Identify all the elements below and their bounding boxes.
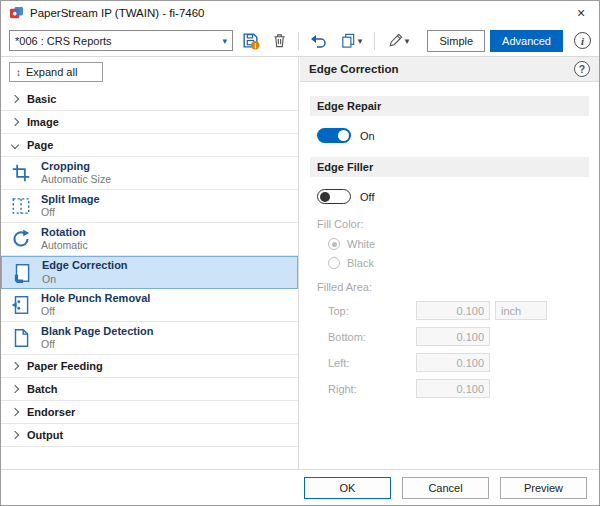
tree-item-cropping[interactable]: Cropping Automatic Size [1, 157, 298, 190]
tree-category-page[interactable]: Page [1, 134, 298, 157]
tree-category-output[interactable]: Output [1, 424, 298, 447]
top-label: Top: [328, 305, 416, 317]
tree-category-batch[interactable]: Batch [1, 378, 298, 401]
chevron-right-icon [11, 431, 19, 439]
edge-filler-state-label: Off [360, 191, 374, 203]
tree-category-paper-feeding[interactable]: Paper Feeding [1, 355, 298, 378]
toolbar: *006 : CRS Reports ▾ [1, 25, 599, 57]
tree-category-image[interactable]: Image [1, 111, 298, 134]
edge-filler-toggle[interactable] [317, 189, 351, 204]
footer: OK Cancel Preview [1, 469, 599, 505]
advanced-mode-button[interactable]: Advanced [490, 30, 563, 52]
category-label: Image [27, 116, 59, 128]
edge-correction-icon [10, 261, 34, 285]
toolbar-separator [298, 32, 299, 50]
item-status: On [42, 273, 128, 286]
tree-item-blank-page-detection[interactable]: Blank Page Detection Off [1, 322, 298, 355]
chevron-right-icon [11, 95, 19, 103]
simple-mode-button[interactable]: Simple [427, 30, 485, 52]
item-status: Automatic [41, 239, 88, 252]
simple-mode-label: Simple [439, 35, 473, 47]
fill-color-label: Fill Color: [317, 218, 582, 230]
settings-tree-panel: ↕ Expand all Basic Image Page [1, 57, 299, 469]
section-title: Edge Repair [317, 100, 381, 112]
item-label: Hole Punch Removal [41, 292, 150, 306]
close-icon: × [577, 5, 585, 21]
edge-filler-toggle-row: Off [317, 189, 582, 204]
ok-button[interactable]: OK [304, 477, 391, 499]
trash-icon [271, 32, 288, 49]
top-input [416, 301, 490, 320]
profile-select[interactable]: *006 : CRS Reports ▾ [9, 30, 233, 51]
tree-category-basic[interactable]: Basic [1, 88, 298, 111]
chevron-right-icon [11, 118, 19, 126]
item-label: Split Image [41, 193, 100, 207]
radio-white [328, 238, 340, 250]
paperstream-dialog: PaperStream IP (TWAIN) - fi-7460 × *006 … [0, 0, 600, 506]
hole-punch-removal-icon [9, 293, 33, 317]
bottom-input [416, 327, 490, 346]
advanced-mode-label: Advanced [502, 35, 551, 47]
left-label: Left: [328, 357, 416, 369]
item-label: Edge Correction [42, 259, 128, 273]
edge-repair-section-header: Edge Repair [310, 96, 589, 116]
tree-item-split-image[interactable]: Split Image Off [1, 190, 298, 223]
save-profile-button[interactable] [238, 29, 262, 53]
preview-button[interactable]: Preview [500, 477, 587, 499]
edge-repair-toggle[interactable] [317, 128, 351, 143]
edge-correction-panel: Edge Correction ? Edge Repair On Edge Fi… [300, 57, 599, 469]
cancel-button[interactable]: Cancel [402, 477, 489, 499]
chevron-down-icon: ▾ [222, 36, 227, 46]
copy-profile-button[interactable]: ▾ [335, 29, 367, 53]
undo-icon [309, 32, 327, 50]
radio-black-label: Black [347, 257, 374, 269]
help-icon: ? [579, 63, 585, 75]
expand-all-button[interactable]: ↕ Expand all [9, 62, 103, 82]
undo-button[interactable] [306, 29, 330, 53]
tree-item-hole-punch-removal[interactable]: Hole Punch Removal Off [1, 289, 298, 322]
item-status: Off [41, 338, 153, 351]
toolbar-separator [374, 32, 375, 50]
left-input [416, 353, 490, 372]
category-label: Batch [27, 383, 58, 395]
chevron-down-icon: ▾ [405, 36, 410, 46]
app-icon [9, 6, 24, 21]
cancel-label: Cancel [428, 482, 462, 494]
tree-item-rotation[interactable]: Rotation Automatic [1, 223, 298, 256]
preview-label: Preview [524, 482, 563, 494]
tree-item-edge-correction[interactable]: Edge Correction On [1, 256, 298, 289]
profile-select-value: *006 : CRS Reports [15, 35, 112, 47]
unit-label: inch [501, 305, 521, 317]
expand-collapse-icon: ↕ [16, 67, 21, 78]
split-image-icon [9, 194, 33, 218]
fill-color-black-option: Black [328, 257, 589, 269]
item-label: Cropping [41, 160, 111, 174]
info-button[interactable]: i [574, 32, 591, 49]
chevron-down-icon: ▾ [358, 36, 363, 46]
item-label: Rotation [41, 226, 88, 240]
toggle-knob [320, 192, 330, 202]
edge-repair-state-label: On [360, 130, 375, 142]
fill-color-white-option: White [328, 238, 589, 250]
delete-profile-button[interactable] [267, 29, 291, 53]
tree-category-endorser[interactable]: Endorser [1, 401, 298, 424]
category-label: Paper Feeding [27, 360, 103, 372]
title-bar: PaperStream IP (TWAIN) - fi-7460 × [1, 1, 599, 25]
filled-area-label: Filled Area: [317, 281, 582, 293]
save-icon [241, 31, 260, 50]
item-status: Automatic Size [41, 173, 111, 186]
help-button[interactable]: ? [574, 61, 590, 77]
rotation-icon [9, 227, 33, 251]
category-label: Page [27, 139, 53, 151]
settings-tree: Basic Image Page Cropping Au [1, 88, 298, 447]
bottom-label: Bottom: [328, 331, 416, 343]
item-status: Off [41, 206, 100, 219]
filled-area-top-row: Top: inch [328, 301, 589, 320]
item-status: Off [41, 305, 150, 318]
item-label: Blank Page Detection [41, 325, 153, 339]
right-input [416, 379, 490, 398]
edit-profile-button[interactable]: ▾ [382, 29, 414, 53]
close-button[interactable]: × [563, 1, 599, 25]
edge-repair-toggle-row: On [317, 128, 582, 143]
filled-area-left-row: Left: [328, 353, 589, 372]
